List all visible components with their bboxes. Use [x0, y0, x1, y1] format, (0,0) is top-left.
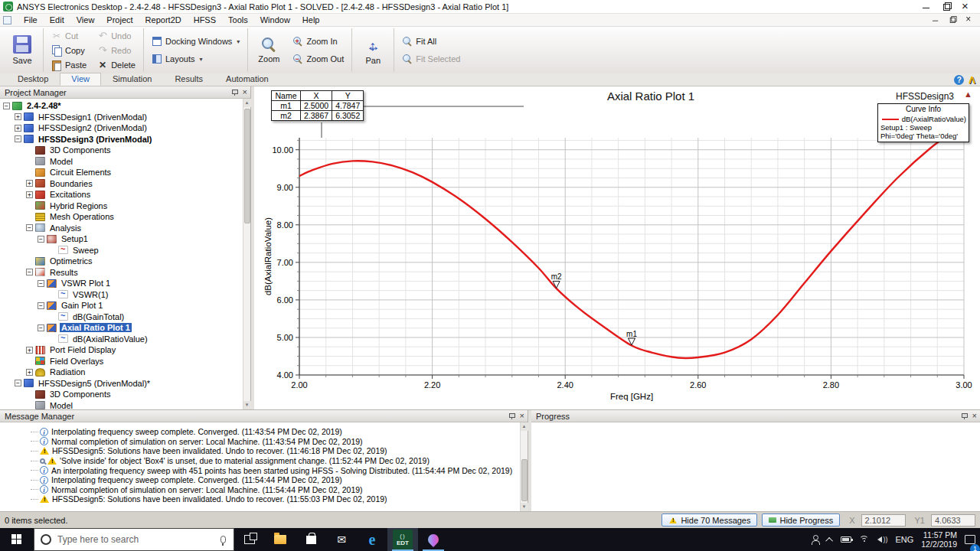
tree-item-excitations[interactable]: +Excitations [0, 189, 243, 201]
expand-icon[interactable]: + [15, 125, 21, 132]
tree-item-vswr-1[interactable]: VSWR(1) [0, 289, 243, 301]
restore-icon[interactable] [942, 2, 951, 11]
start-button[interactable] [0, 528, 34, 551]
tree-scrollbar[interactable]: ▲ ▼ [243, 99, 250, 409]
tree-item-model[interactable]: Model [0, 156, 243, 168]
tab-automation[interactable]: Automation [214, 73, 280, 86]
delete-button[interactable]: Delete [95, 59, 138, 71]
language-indicator[interactable]: ENG [895, 535, 913, 544]
menu-edit[interactable]: Edit [44, 15, 70, 25]
pan-button[interactable]: Pan [358, 34, 388, 67]
tree-item-circuit-elements[interactable]: Circuit Elements [0, 167, 243, 178]
collapse-icon[interactable]: − [38, 280, 44, 287]
ansys-edt-button[interactable]: () EDT [387, 528, 418, 551]
message-row[interactable]: HFSSDesign5: Solutions have been invalid… [31, 446, 520, 456]
collapse-icon[interactable]: − [26, 269, 33, 276]
close-icon[interactable] [962, 2, 971, 11]
tree-item-analysis[interactable]: −Analysis [0, 223, 243, 234]
scroll-down-icon[interactable]: ▼ [243, 401, 251, 409]
marker-table[interactable]: NameXYm12.50004.7847m22.38676.3052 [271, 90, 364, 121]
volume-button[interactable]: )) [877, 528, 887, 551]
tree-item-3d-components[interactable]: 3D Components [0, 145, 243, 156]
message-row[interactable]: iAn interpolating frequency sweep with 4… [31, 465, 520, 475]
microphone-icon[interactable] [220, 536, 226, 543]
child-minimize-icon[interactable] [932, 16, 939, 24]
clock[interactable]: 11:57 PM 12/2/2019 [921, 530, 957, 549]
tree-item-hybrid-regions[interactable]: Hybrid Regions [0, 201, 243, 212]
people-button[interactable] [811, 528, 820, 551]
wifi-button[interactable] [859, 528, 870, 551]
store-button[interactable] [296, 528, 326, 551]
tree-item-vswr-plot-1[interactable]: −VSWR Plot 1 [0, 278, 243, 289]
pin-icon[interactable] [961, 412, 968, 419]
redo-button[interactable]: Redo [95, 44, 138, 57]
docking-windows-button[interactable]: Docking Windows▾ [149, 35, 242, 47]
menu-help[interactable]: Help [296, 15, 326, 25]
paste-button[interactable]: Paste [49, 59, 89, 71]
menu-hfss[interactable]: HFSS [188, 15, 222, 25]
undo-button[interactable]: Undo [95, 30, 138, 42]
tree-item-radiation[interactable]: +Radiation [0, 367, 243, 378]
menu-window[interactable]: Window [254, 15, 296, 25]
collapse-icon[interactable]: − [15, 135, 21, 142]
collapse-icon[interactable]: − [38, 236, 44, 243]
expand-icon[interactable]: + [26, 347, 33, 354]
zoom-button[interactable]: Zoom [253, 35, 284, 65]
x-coord-field[interactable]: 2.1012 [861, 514, 906, 527]
tree-item-results[interactable]: −Results [0, 267, 243, 279]
tree-item-setup1[interactable]: −Setup1 [0, 233, 243, 245]
help-icon[interactable]: ? [954, 75, 964, 85]
notification-button[interactable]: 1 [965, 528, 975, 551]
taskbar-search[interactable]: Type here to search [34, 528, 234, 551]
collapse-icon[interactable]: − [38, 324, 44, 331]
menu-file[interactable]: File [18, 15, 44, 25]
message-row[interactable]: iInterpolating frequency sweep complete.… [31, 427, 520, 437]
child-close-icon[interactable] [965, 16, 973, 24]
tab-results[interactable]: Results [163, 73, 214, 86]
message-row[interactable]: iNormal completion of simulation on serv… [31, 437, 520, 447]
fit-all-button[interactable]: Fit All [400, 35, 462, 47]
mail-button[interactable]: ✉ [326, 528, 357, 551]
menu-report2d[interactable]: Report2D [139, 15, 188, 25]
menu-project[interactable]: Project [100, 15, 139, 25]
tree-item-db-gaintotal[interactable]: dB(GainTotal) [0, 311, 243, 323]
expand-icon[interactable]: + [26, 191, 33, 198]
collapse-icon[interactable]: − [38, 302, 44, 309]
tree-item-2-4-2-48[interactable]: −2.4-2.48* [0, 100, 243, 112]
child-restore-icon[interactable] [949, 16, 956, 24]
cut-button[interactable]: Cut [49, 30, 89, 42]
fit-selected-button[interactable]: Fit Selected [400, 53, 462, 65]
collapse-icon[interactable]: − [26, 224, 33, 231]
message-scrollbar[interactable]: ▲ ▼ [520, 422, 528, 511]
tray-overflow-button[interactable] [828, 528, 833, 551]
layouts-button[interactable]: Layouts▾ [149, 53, 242, 65]
tree-item-db-axialratiovalue[interactable]: dB(AxialRatioValue) [0, 334, 243, 345]
tree-item-hfssdesign5-drivenmodal[interactable]: −HFSSDesign5 (DrivenModal)* [0, 378, 243, 390]
tree-item-port-field-display[interactable]: +Port Field Display [0, 344, 243, 356]
tree-item-sweep[interactable]: Sweep [0, 245, 243, 256]
menu-view[interactable]: View [70, 15, 101, 25]
tree-item-model[interactable]: Model [0, 400, 243, 410]
close-icon[interactable]: × [520, 412, 524, 419]
scroll-up-icon[interactable]: ▲ [521, 422, 528, 431]
hide-progress-button[interactable]: Hide Progress [762, 514, 840, 527]
save-button[interactable]: Save [7, 34, 38, 67]
tree-item-optimetrics[interactable]: Optimetrics [0, 256, 243, 267]
tree-item-gain-plot-1[interactable]: −Gain Plot 1 [0, 300, 243, 311]
tree-item-hfssdesign1-drivenmodal[interactable]: +HFSSDesign1 (DrivenModal) [0, 112, 243, 123]
tab-simulation[interactable]: Simulation [101, 73, 163, 86]
paint3d-button[interactable] [418, 528, 449, 551]
y-coord-field[interactable]: 4.0633 [931, 514, 975, 527]
plot-corner-icon[interactable]: ▲ [964, 90, 972, 99]
tab-view[interactable]: View [60, 73, 101, 86]
tree-item-axial-ratio-plot-1[interactable]: −Axial Ratio Plot 1 [0, 322, 243, 334]
tree-item-field-overlays[interactable]: Field Overlays [0, 356, 243, 367]
scroll-up-icon[interactable]: ▲ [243, 99, 251, 107]
pin-icon[interactable] [231, 89, 238, 96]
zoom-in-button[interactable]: +Zoom In [290, 35, 346, 47]
legend[interactable]: Curve Info dB(AxialRatioValue) Setup1 : … [877, 103, 969, 142]
message-row[interactable]: iNormal completion of simulation on serv… [31, 485, 520, 495]
pin-icon[interactable] [508, 412, 515, 419]
message-row[interactable]: HFSSDesign5: Solutions have been invalid… [31, 494, 520, 504]
edge-button[interactable]: e [357, 528, 387, 551]
